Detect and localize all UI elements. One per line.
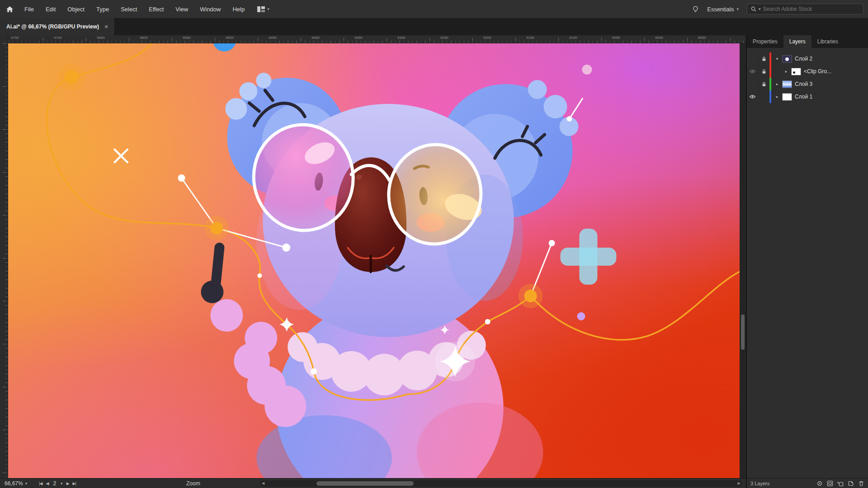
expand-chevron[interactable]: ▾ [773,56,781,61]
lock-icon [762,82,766,87]
ruler-label: 9750 [11,36,19,40]
menu-bar: File Edit Object Type Select Effect View… [0,0,868,18]
new-layer-icon[interactable] [848,480,854,487]
layer-thumbnail[interactable] [782,93,792,101]
ruler-label: 8950 [698,36,706,40]
home-button[interactable] [5,6,14,13]
layer-name[interactable]: Слой 1 [795,94,812,100]
panel-tab-bar: Properties Layers Libraries [747,35,868,48]
search-icon [751,6,756,12]
clipping-mask-icon[interactable] [827,480,833,487]
visibility-toggle[interactable] [747,78,759,90]
vertical-scrollbar[interactable] [740,43,746,478]
lock-toggle[interactable] [759,52,769,65]
arrange-documents-button[interactable]: ▾ [257,6,269,12]
artwork-canvas[interactable] [8,43,740,478]
home-icon [6,6,14,13]
menu-item-object[interactable]: Object [67,6,85,13]
vertical-ruler[interactable] [0,43,8,478]
expand-chevron[interactable]: ▸ [773,82,781,86]
menu-list: File Edit Object Type Select Effect View… [24,6,245,13]
document-tab[interactable]: Ai.ai* @ 66,67% (RGB/GPU Preview) × [0,18,115,35]
menu-item-select[interactable]: Select [121,6,137,13]
document-tab-bar: Ai.ai* @ 66,67% (RGB/GPU Preview) × [0,18,868,35]
ruler-label: 9300 [397,36,406,40]
scroll-left-arrow[interactable]: ◀ [262,481,264,485]
ruler-label: 9350 [354,36,363,40]
chevron-down-icon[interactable]: ▾ [61,481,63,486]
delete-icon[interactable] [858,480,864,487]
menu-item-edit[interactable]: Edit [46,6,56,13]
ruler-label: 9000 [655,36,663,40]
canvas-viewport[interactable] [8,43,740,478]
expand-chevron[interactable]: ▸ [773,94,781,99]
eye-icon [749,69,756,74]
tab-layers[interactable]: Layers [783,35,811,48]
lock-toggle[interactable] [759,90,769,103]
layer-color-bar [769,65,771,78]
lock-toggle[interactable] [759,65,769,78]
new-sublayer-icon[interactable] [837,480,844,487]
layer-row[interactable]: ▸ <Clip Gro... [747,65,868,78]
search-input[interactable] [763,6,859,12]
last-artboard-button[interactable]: ▶| [73,481,76,486]
tab-properties[interactable]: Properties [747,35,783,48]
layer-name[interactable]: Слой 3 [795,81,812,87]
ruler-label: 9200 [483,36,491,40]
ruler-label: 9250 [440,36,448,40]
current-tool-status: Zoom [186,480,200,487]
arrange-documents-icon [257,6,265,12]
menu-item-effect[interactable]: Effect [149,6,164,13]
scroll-right-arrow[interactable]: ▶ [738,481,741,485]
illustrator-window: File Edit Object Type Select Effect View… [0,0,868,488]
discover-bulb-icon[interactable] [692,6,699,13]
ruler-label: 9150 [526,36,534,40]
horizontal-ruler[interactable]: 9750 9700 9650 9600 9550 9500 9450 9400 … [0,35,746,43]
layer-row[interactable]: ▸ Слой 1 [747,90,868,103]
zoom-level-select[interactable]: 66,67% ▾ [5,480,27,487]
main-area: 9750 9700 9650 9600 9550 9500 9450 9400 … [0,35,868,488]
prev-artboard-button[interactable]: ◀ [46,481,49,486]
ruler-label: 9450 [269,36,277,40]
ruler-label: 9550 [183,36,191,40]
visibility-toggle[interactable] [747,52,759,65]
layer-row[interactable]: ▸ Слой 3 [747,78,868,90]
menu-item-window[interactable]: Window [200,6,221,13]
stock-search-box[interactable]: ▾ [747,4,863,14]
layer-color-bar [769,52,771,65]
workspace-switcher[interactable]: Essentials ▾ [707,6,739,13]
ruler-label: 9400 [311,36,320,40]
menu-item-help[interactable]: Help [232,6,245,13]
artboard-number[interactable]: 2 [53,480,56,487]
lock-toggle[interactable] [759,78,769,90]
first-artboard-button[interactable]: |◀ [39,481,42,486]
expand-chevron[interactable]: ▸ [782,69,790,74]
layer-row[interactable]: ▾ Слой 2 [747,52,868,65]
layer-thumbnail[interactable] [782,80,792,88]
vertical-scrollbar-thumb[interactable] [741,314,745,350]
menu-bar-right: Essentials ▾ ▾ [692,4,863,14]
visibility-toggle[interactable] [747,90,759,103]
chevron-down-icon: ▾ [759,7,761,11]
ruler-label: 9100 [569,36,577,40]
ruler-corner [0,35,8,43]
layer-count-label: 3 Layers [750,481,769,486]
horizontal-scrollbar-thumb[interactable] [316,481,414,486]
close-icon[interactable]: × [104,23,108,30]
menu-item-file[interactable]: File [24,6,34,13]
menu-item-type[interactable]: Type [96,6,109,13]
horizontal-scrollbar[interactable]: ◀ ▶ [260,480,742,487]
menu-item-view[interactable]: View [175,6,188,13]
layer-name[interactable]: Слой 2 [795,56,812,62]
layer-thumbnail[interactable] [791,68,801,75]
zoom-value: 66,67% [5,480,23,487]
next-artboard-button[interactable]: ▶ [66,481,69,486]
visibility-toggle[interactable] [747,65,759,78]
locate-object-icon[interactable] [816,480,823,487]
layer-thumbnail[interactable] [782,55,792,63]
layer-name[interactable]: <Clip Gro... [804,68,831,75]
tab-libraries[interactable]: Libraries [811,35,844,48]
chevron-down-icon: ▾ [267,7,269,11]
chevron-down-icon: ▾ [736,7,739,11]
ruler-label: 9700 [54,36,62,40]
